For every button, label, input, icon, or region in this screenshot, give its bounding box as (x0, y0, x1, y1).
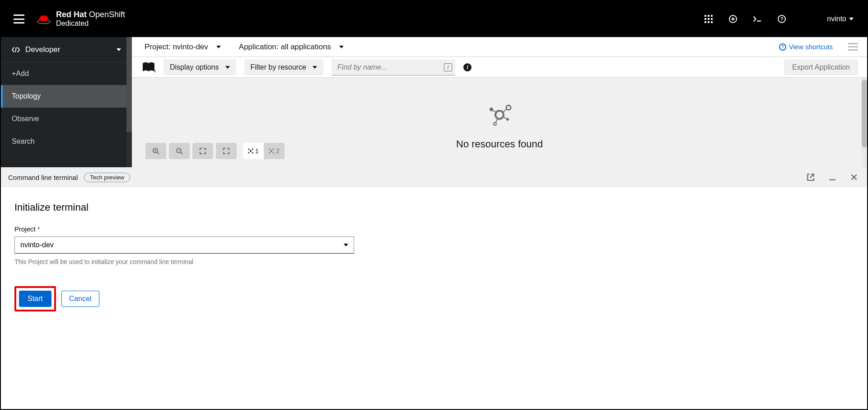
tech-preview-badge: Tech preview (84, 173, 130, 182)
code-icon (12, 47, 20, 53)
svg-point-38 (252, 152, 253, 154)
svg-line-25 (503, 117, 507, 119)
zoom-in-button[interactable] (145, 143, 166, 159)
application-selector[interactable]: Application: all applications (239, 42, 344, 52)
nav-toggle-button[interactable] (14, 14, 24, 24)
svg-point-41 (273, 149, 274, 150)
svg-line-24 (503, 109, 507, 112)
chevron-down-icon (339, 46, 344, 48)
canvas-scrollbar[interactable] (862, 78, 867, 167)
svg-line-44 (810, 174, 814, 178)
view-shortcuts-link[interactable]: ? View shortcuts (779, 43, 833, 51)
zoom-out-button[interactable] (169, 143, 190, 159)
find-input[interactable] (337, 63, 444, 71)
display-options-dropdown[interactable]: Display options (163, 59, 236, 75)
terminal-title: Command line terminal (8, 174, 78, 181)
project-select-value: nvinto-dev (20, 241, 54, 249)
perspective-label: Developer (25, 45, 117, 54)
sidebar-scrollbar[interactable] (126, 37, 132, 167)
start-button[interactable]: Start (19, 291, 51, 307)
info-icon[interactable]: i (463, 63, 471, 71)
svg-rect-1 (705, 15, 706, 17)
svg-rect-4 (705, 18, 706, 20)
user-menu[interactable]: nvinto (827, 15, 854, 23)
topology-canvas[interactable]: No resources found 1 (132, 78, 867, 167)
empty-state: No resources found (456, 102, 543, 150)
sidebar-item-add[interactable]: +Add (1, 62, 132, 85)
svg-point-18 (495, 111, 504, 119)
slash-key-hint: / (444, 63, 452, 71)
cancel-button[interactable]: Cancel (61, 291, 99, 307)
masthead: Red Hat OpenShift Dedicated ? nvinto (1, 1, 867, 37)
project-field-label: Project* (14, 225, 854, 233)
svg-point-40 (269, 149, 271, 150)
chevron-down-icon (344, 244, 348, 246)
svg-rect-7 (705, 21, 706, 23)
svg-point-39 (271, 150, 272, 152)
sidebar: Developer +Add Topology Observe Search (1, 37, 132, 167)
username: nvinto (827, 15, 846, 23)
svg-line-28 (157, 152, 159, 154)
minimize-icon[interactable] (828, 173, 836, 181)
context-bar: Project: nvinto-dev Application: all app… (132, 37, 867, 57)
import-icon[interactable] (728, 14, 737, 24)
layout-1-button[interactable]: 1 (243, 143, 264, 159)
filter-by-resource-dropdown[interactable]: Filter by resource (244, 59, 324, 75)
fit-to-screen-button[interactable] (192, 143, 213, 159)
empty-state-title: No resources found (456, 138, 543, 150)
svg-rect-2 (708, 15, 709, 17)
open-external-icon[interactable] (807, 173, 815, 181)
help-icon[interactable]: ? (777, 14, 786, 24)
redhat-fedora-icon (36, 13, 51, 25)
svg-point-36 (252, 149, 253, 150)
chevron-down-icon (313, 66, 317, 69)
project-select[interactable]: nvinto-dev (14, 236, 354, 254)
svg-point-35 (248, 149, 250, 150)
svg-line-23 (493, 110, 496, 112)
question-circle-icon: ? (779, 43, 786, 51)
svg-rect-3 (711, 15, 713, 17)
sidebar-item-observe[interactable]: Observe (1, 108, 132, 130)
brand-text: Red Hat OpenShift Dedicated (56, 10, 125, 27)
book-icon[interactable]: + (142, 61, 155, 73)
svg-rect-5 (708, 18, 709, 20)
svg-text:?: ? (780, 16, 784, 22)
terminal-drawer-body: Initialize terminal Project* nvinto-dev … (1, 187, 867, 311)
terminal-drawer-header: Command line terminal Tech preview (1, 167, 867, 187)
app-launcher-icon[interactable] (704, 14, 713, 24)
svg-point-34 (250, 150, 252, 152)
svg-text:+: + (154, 68, 155, 73)
svg-line-16 (15, 47, 16, 52)
find-by-name-input[interactable]: / (331, 59, 455, 75)
svg-rect-8 (708, 21, 709, 23)
svg-point-20 (506, 105, 511, 110)
brand-logo[interactable]: Red Hat OpenShift Dedicated (36, 10, 125, 27)
svg-point-43 (273, 152, 274, 154)
chevron-down-icon (849, 18, 854, 20)
reset-view-button[interactable] (216, 143, 237, 159)
chevron-down-icon (225, 66, 230, 69)
svg-line-32 (181, 152, 182, 154)
project-selector[interactable]: Project: nvinto-dev (145, 42, 221, 52)
project-hint: This Project will be used to initialize … (14, 258, 854, 265)
svg-line-26 (495, 118, 498, 123)
main-content: Project: nvinto-dev Application: all app… (132, 37, 867, 167)
topology-empty-icon (487, 102, 512, 127)
perspective-switcher[interactable]: Developer (1, 37, 132, 62)
list-view-toggle[interactable] (848, 43, 858, 51)
svg-point-37 (248, 152, 250, 154)
chevron-down-icon (216, 46, 221, 48)
svg-rect-6 (711, 18, 713, 20)
chevron-down-icon (117, 48, 121, 51)
zoom-toolbar: 1 2 (145, 143, 285, 159)
svg-rect-9 (711, 21, 713, 23)
drawer-title: Initialize terminal (14, 202, 854, 213)
export-application-button[interactable]: Export Application (784, 59, 858, 75)
layout-2-button[interactable]: 2 (264, 143, 285, 159)
close-icon[interactable] (850, 173, 858, 181)
terminal-icon[interactable] (753, 14, 762, 24)
topology-toolbar: + Display options Filter by resource / i… (132, 57, 867, 78)
sidebar-item-topology[interactable]: Topology (1, 85, 132, 108)
sidebar-item-search[interactable]: Search (1, 130, 132, 153)
svg-point-42 (269, 152, 271, 154)
